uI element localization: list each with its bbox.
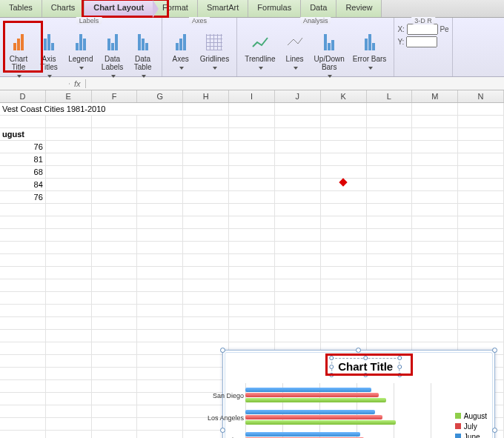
tab-review[interactable]: Review <box>336 0 382 17</box>
col-header[interactable]: I <box>229 90 275 102</box>
row[interactable]: 76 <box>0 141 504 153</box>
category-label: San Diego <box>192 392 244 399</box>
row[interactable] <box>0 254 504 267</box>
group-label-analysis: Analysis <box>300 17 331 24</box>
bar[interactable] <box>245 410 375 414</box>
col-header[interactable]: H <box>183 90 229 102</box>
legend-item: June <box>455 433 487 438</box>
trendline-button[interactable]: Trendline <box>242 27 278 73</box>
tab-format[interactable]: Format <box>153 0 198 17</box>
chart-title-button[interactable]: Chart Title <box>4 27 33 82</box>
chart-title-icon <box>7 31 30 53</box>
tab-chart-layout[interactable]: Chart Layout <box>84 0 153 17</box>
col-header[interactable]: F <box>92 90 138 102</box>
col-header[interactable]: N <box>458 90 504 102</box>
data-labels-button[interactable]: Data Labels <box>99 27 127 82</box>
legend-icon <box>70 31 92 53</box>
col-header[interactable]: M <box>412 90 458 102</box>
trendline-icon <box>249 31 271 53</box>
row[interactable] <box>0 216 504 229</box>
tab-data[interactable]: Data <box>301 0 336 17</box>
legend-item: August <box>455 412 487 420</box>
resize-handle[interactable] <box>220 348 225 353</box>
legend-button[interactable]: Legend <box>65 27 96 73</box>
lines-button[interactable]: Lines <box>281 27 309 73</box>
plot-area[interactable]: San DiegoLos AngelesSan FranciscoPortlan… <box>245 383 431 438</box>
data-labels-icon <box>102 31 124 53</box>
worksheet[interactable]: DEFGHIJKLMN Vest Coast Cities 1981-2010u… <box>0 90 504 438</box>
bar[interactable] <box>245 415 382 419</box>
error-bars-button[interactable]: Error Bars <box>350 27 390 73</box>
row[interactable] <box>0 292 504 305</box>
row[interactable] <box>0 242 504 254</box>
row[interactable]: Vest Coast Cities 1981-2010 <box>0 103 504 116</box>
tab-smartart[interactable]: SmartArt <box>198 0 248 17</box>
group-label-axes: Axes <box>189 17 210 24</box>
col-header[interactable]: D <box>0 90 46 102</box>
ribbon: Labels Chart Title Axis Titles Legend Da… <box>0 18 504 77</box>
row[interactable]: 76 <box>0 191 504 204</box>
row[interactable] <box>0 267 504 279</box>
data-table-button[interactable]: Data Table <box>129 27 157 82</box>
bar[interactable] <box>245 388 371 392</box>
row[interactable] <box>0 279 504 292</box>
row[interactable]: 81 <box>0 153 504 166</box>
embedded-chart[interactable]: Chart Title San DiegoLos AngelesSan Fran… <box>222 350 495 438</box>
bar[interactable] <box>245 393 379 397</box>
rotation-y-input[interactable] <box>406 36 437 47</box>
axes-button[interactable]: Axes <box>167 27 195 73</box>
row[interactable] <box>0 116 504 128</box>
gridlines-button[interactable]: Gridlines <box>197 27 232 73</box>
legend-item: July <box>455 422 487 431</box>
col-header[interactable]: J <box>275 90 321 102</box>
gridlines-icon <box>203 31 225 53</box>
resize-handle[interactable] <box>220 428 225 433</box>
row[interactable] <box>0 204 504 216</box>
axes-icon <box>170 31 192 53</box>
chart-title-box[interactable]: Chart Title <box>331 358 399 375</box>
bar[interactable] <box>245 432 360 437</box>
bar[interactable] <box>245 420 396 425</box>
updown-bars-button[interactable]: Up/Down Bars <box>311 27 348 82</box>
name-box[interactable] <box>0 83 70 84</box>
lines-icon <box>284 31 306 53</box>
tab-charts[interactable]: Charts <box>42 0 84 17</box>
category-label: Los Angeles <box>192 414 244 422</box>
resize-handle[interactable] <box>492 348 497 353</box>
error-bars-icon <box>359 31 381 53</box>
col-header[interactable]: E <box>46 90 92 102</box>
updown-icon <box>318 31 340 53</box>
col-header[interactable]: G <box>137 90 183 102</box>
row[interactable]: ugust <box>0 128 504 141</box>
resize-handle[interactable] <box>356 348 361 353</box>
resize-handle[interactable] <box>492 428 497 433</box>
row[interactable] <box>0 317 504 330</box>
tab-tables[interactable]: Tables <box>0 0 42 17</box>
col-header[interactable]: L <box>367 90 413 102</box>
row[interactable] <box>0 330 504 342</box>
rotation-group: 3-D R X: Pe Y: <box>394 18 452 76</box>
chart-legend[interactable]: August July June <box>455 410 487 438</box>
data-table-icon <box>132 31 154 53</box>
row[interactable]: 84 <box>0 179 504 191</box>
ribbon-tabs: Tables Charts Chart Layout Format SmartA… <box>0 0 504 18</box>
rotation-x-input[interactable] <box>407 24 438 35</box>
tab-formulas[interactable]: Formulas <box>248 0 301 17</box>
axis-titles-icon <box>38 31 60 53</box>
column-headers[interactable]: DEFGHIJKLMN <box>0 90 504 103</box>
row[interactable] <box>0 229 504 242</box>
col-header[interactable]: K <box>321 90 367 102</box>
row[interactable]: 68 <box>0 166 504 179</box>
row[interactable] <box>0 305 504 317</box>
group-label-labels: Labels <box>76 17 102 24</box>
bar[interactable] <box>245 398 386 402</box>
axis-titles-button[interactable]: Axis Titles <box>35 27 63 82</box>
